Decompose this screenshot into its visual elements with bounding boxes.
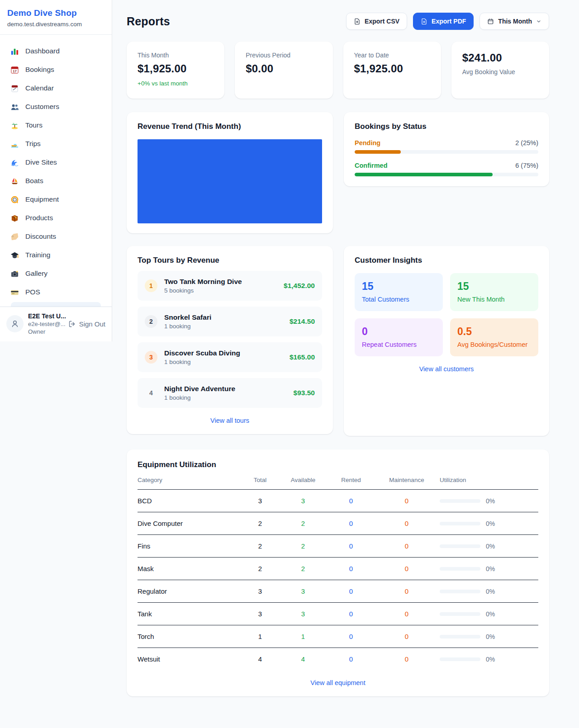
status-row-pending: Pending 2 (25%): [355, 139, 538, 154]
sidebar-item-training[interactable]: Training: [5, 246, 106, 264]
tour-row[interactable]: 2 Snorkel Safari 1 booking $214.50: [138, 307, 322, 336]
utilization-bar: [440, 567, 480, 571]
status-label: Pending: [355, 139, 380, 147]
stat-value: $241.00: [462, 52, 538, 64]
sidebar-item-label: Customers: [25, 103, 59, 111]
view-all-equipment-link[interactable]: View all equipment: [138, 679, 538, 686]
user-role: Owner: [28, 328, 64, 335]
sign-out-button[interactable]: Sign Out: [68, 320, 105, 328]
sidebar-item-label: Dive Sites: [25, 158, 57, 166]
sidebar-item-customers[interactable]: Customers: [5, 98, 106, 116]
sidebar-item-tours[interactable]: Tours: [5, 116, 106, 134]
customer-insights-card: Customer Insights 15 Total Customers 15 …: [344, 246, 549, 436]
sidebar-item-label: Boats: [25, 177, 43, 185]
stat-card-year-to-date: Year to Date $1,925.00: [343, 42, 441, 99]
cell-category: BCD: [138, 497, 242, 505]
tile-label: Total Customers: [362, 296, 436, 303]
cell-category: Wetsuit: [138, 655, 242, 663]
island-icon: [10, 121, 19, 130]
stat-delta: +0% vs last month: [138, 80, 214, 87]
sidebar-item-pos[interactable]: POS: [5, 283, 106, 301]
view-all-customers-link[interactable]: View all customers: [355, 365, 538, 373]
table-header-row: Category Total Available Rented Maintena…: [138, 469, 538, 490]
card-title: Customer Insights: [355, 256, 538, 265]
cell-rented: 0: [328, 565, 374, 572]
sidebar-item-gallery[interactable]: Gallery: [5, 265, 106, 283]
card-title: Revenue Trend (This Month): [138, 122, 322, 131]
cell-rented: 0: [328, 610, 374, 618]
sidebar-item-products[interactable]: Products: [5, 209, 106, 227]
cell-category: Regulator: [138, 587, 242, 595]
tile-label: Avg Bookings/Customer: [457, 341, 531, 348]
export-csv-label: Export CSV: [365, 18, 399, 25]
cell-maintenance: 0: [374, 587, 440, 595]
utilization-percent: 0%: [486, 610, 495, 618]
shop-domain: demo.test.divestreams.com: [7, 21, 104, 28]
stats-row: This Month $1,925.00 +0% vs last month P…: [127, 42, 549, 99]
cell-available: 2: [278, 565, 328, 572]
table-row[interactable]: Regulator 3 3 0 0 0%: [138, 580, 538, 603]
table-row[interactable]: Torch 1 1 0 0 0%: [138, 625, 538, 648]
tour-name: Snorkel Safari: [164, 313, 283, 321]
sidebar-item-trips[interactable]: Trips: [5, 135, 106, 153]
tile-label: New This Month: [457, 296, 531, 303]
export-csv-button[interactable]: Export CSV: [346, 13, 407, 30]
view-all-tours-link[interactable]: View all tours: [138, 417, 322, 424]
cell-utilization: 0%: [440, 633, 538, 640]
tour-row[interactable]: 1 Two Tank Morning Dive 5 bookings $1,45…: [138, 271, 322, 301]
sidebar-item-equipment[interactable]: Equipment: [5, 190, 106, 208]
table-row[interactable]: Dive Computer 2 2 0 0 0%: [138, 512, 538, 535]
sidebar-item-label: Bookings: [25, 66, 54, 74]
tag-icon: [10, 232, 19, 241]
calendar-pad-icon: [10, 84, 19, 93]
stat-card-this-month: This Month $1,925.00 +0% vs last month: [127, 42, 224, 99]
export-pdf-button[interactable]: Export PDF: [413, 13, 474, 30]
tile-value: 0: [362, 326, 436, 338]
sidebar-nav: Dashboard 17 Bookings Calendar Customers…: [0, 35, 112, 307]
sidebar-item-boats[interactable]: Boats: [5, 172, 106, 190]
sidebar-item-label: POS: [25, 288, 40, 296]
top-tours-card: Top Tours by Revenue 1 Two Tank Morning …: [127, 246, 333, 434]
table-row[interactable]: Wetsuit 4 4 0 0 0%: [138, 648, 538, 670]
period-select[interactable]: This Month: [479, 13, 549, 30]
rank-badge: 2: [145, 315, 157, 328]
bar-chart-icon: [10, 47, 19, 56]
sidebar-item-dashboard[interactable]: Dashboard: [5, 42, 106, 60]
file-download-icon: [421, 18, 427, 25]
shop-title: Demo Dive Shop: [7, 8, 104, 18]
table-row[interactable]: Mask 2 2 0 0 0%: [138, 558, 538, 580]
cell-maintenance: 0: [374, 633, 440, 640]
user-email: e2e-tester@...: [28, 321, 64, 327]
page-title: Reports: [127, 15, 170, 28]
table-row[interactable]: Tank 3 3 0 0 0%: [138, 603, 538, 625]
table-row[interactable]: BCD 3 3 0 0 0%: [138, 490, 538, 512]
cell-available: 2: [278, 520, 328, 527]
sidebar-item-bookings[interactable]: 17 Bookings: [5, 61, 106, 79]
cell-available: 3: [278, 587, 328, 595]
tile-value: 15: [362, 280, 436, 293]
sidebar-item-label: Calendar: [25, 84, 54, 92]
tour-row[interactable]: 4 Night Dive Adventure 1 booking $93.50: [138, 378, 322, 408]
sidebar-item-dive-sites[interactable]: Dive Sites: [5, 153, 106, 171]
sidebar-item-label: Trips: [25, 140, 41, 148]
svg-text:17: 17: [13, 69, 16, 73]
avatar: [6, 315, 24, 332]
status-count: 6 (75%): [515, 162, 538, 169]
table-row[interactable]: Fins 2 2 0 0 0%: [138, 535, 538, 558]
cell-rented: 0: [328, 497, 374, 505]
cell-category: Mask: [138, 565, 242, 572]
stat-value: $1,925.00: [354, 62, 430, 75]
sidebar-item-reports-active-partial[interactable]: [11, 302, 101, 307]
utilization-bar: [440, 499, 480, 503]
sidebar: Demo Dive Shop demo.test.divestreams.com…: [0, 0, 112, 341]
sign-out-label: Sign Out: [79, 320, 105, 328]
sidebar-item-label: Gallery: [25, 269, 47, 278]
col-header-available: Available: [278, 477, 328, 483]
tour-row[interactable]: 3 Discover Scuba Diving 1 booking $165.0…: [138, 342, 322, 372]
utilization-percent: 0%: [486, 633, 495, 640]
credit-card-icon: [10, 288, 19, 297]
sidebar-item-discounts[interactable]: Discounts: [5, 227, 106, 246]
rank-badge: 4: [145, 387, 157, 399]
cell-available: 2: [278, 542, 328, 550]
sidebar-item-calendar[interactable]: Calendar: [5, 79, 106, 97]
